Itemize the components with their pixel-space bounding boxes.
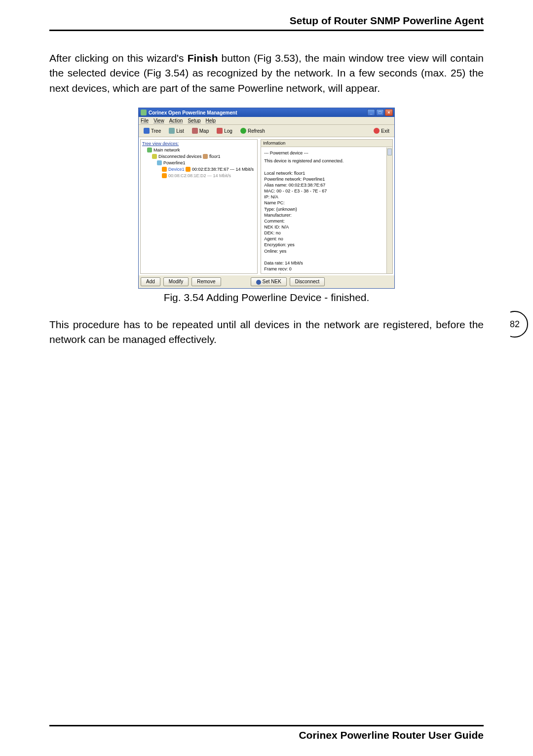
info-ip: IP: N/A: [264, 194, 389, 200]
finish-word: Finish: [188, 52, 218, 64]
information-panel: Information --- Powernet device --- This…: [261, 139, 393, 274]
set-nek-button[interactable]: Set NEK: [251, 277, 287, 286]
tree-device-mac-a[interactable]: 00:02:E3:38:7E:67 --- 14 Mbit/s: [186, 167, 254, 172]
window-title: Corinex Open Powerline Management: [149, 110, 237, 115]
maximize-button[interactable]: □: [376, 109, 384, 116]
floor-icon: [203, 154, 208, 159]
toolbar-tree[interactable]: Tree: [142, 127, 163, 135]
menu-setup[interactable]: Setup: [188, 118, 200, 123]
info-frame-recv: Frame recv: 0: [264, 266, 389, 272]
tree-powerline-label: Powerline1: [163, 160, 186, 165]
info-agent: Agent: no: [264, 236, 389, 242]
tree-device1-label: Device1: [168, 167, 185, 172]
info-body: --- Powernet device --- This device is r…: [261, 147, 392, 273]
info-mac: MAC: 00 - 02 - E3 - 38 - 7E - 67: [264, 188, 389, 194]
toolbar-map-label: Map: [199, 128, 209, 134]
modify-button[interactable]: Modify: [163, 277, 189, 286]
info-data-rate: Data rate: 14 Mbit/s: [264, 260, 389, 266]
toolbar-map[interactable]: Map: [190, 127, 211, 135]
disconnected-icon: [152, 154, 157, 159]
exit-icon: [374, 128, 380, 134]
toolbar-exit[interactable]: Exit: [372, 127, 391, 135]
minimize-button[interactable]: _: [367, 109, 375, 116]
toolbar-refresh-label: Refresh: [248, 128, 265, 134]
info-comment: Comment:: [264, 218, 389, 224]
add-button[interactable]: Add: [141, 277, 160, 286]
tree-main-network[interactable]: Main network: [147, 148, 180, 152]
nek-icon: [256, 280, 261, 285]
header-rule: [49, 30, 484, 31]
tree-dev-a-label: 00:02:E3:38:7E:67 --- 14 Mbit/s: [192, 167, 254, 172]
tree-floor-label: floor1: [209, 154, 221, 159]
para1-a: After clicking on this wizard's: [49, 52, 188, 64]
tree-device1[interactable]: Device1: [162, 167, 185, 172]
closing-paragraph: This procedure has to be repeated until …: [49, 317, 484, 347]
toolbar-list[interactable]: List: [167, 127, 186, 135]
window-titlebar: Corinex Open Powerline Management _ □ ×: [139, 108, 394, 117]
log-icon: [217, 128, 223, 134]
menubar: File View Action Setup Help: [139, 117, 394, 125]
info-frame-drops: Frame drops: 0: [264, 272, 389, 273]
info-online: Online: yes: [264, 248, 389, 254]
info-encryption: Encryption: yes: [264, 242, 389, 248]
info-alias: Alias name: 00:02:E3:38:7E:67: [264, 182, 389, 188]
footer-title: Corinex Powerline Router User Guide: [49, 729, 484, 741]
info-heading: --- Powernet device ---: [264, 150, 389, 156]
page-header-title: Setup of Router SNMP Powerline Agent: [49, 15, 484, 27]
list-icon: [169, 128, 175, 134]
close-button[interactable]: ×: [385, 109, 393, 116]
tree-icon: [144, 128, 150, 134]
tree-device-mac-b[interactable]: 00:08:C2:08:1E:D2 --- 14 Mbit/s: [162, 173, 231, 178]
info-manufacturer: Manufacturer:: [264, 212, 389, 218]
menu-help[interactable]: Help: [206, 118, 216, 123]
main-area: Tree view devices: Main network Disconne…: [139, 137, 394, 275]
toolbar-log-label: Log: [224, 128, 232, 134]
figure-3-54: Corinex Open Powerline Management _ □ × …: [49, 108, 484, 288]
toolbar-exit-label: Exit: [381, 128, 389, 134]
refresh-icon: [240, 128, 246, 134]
tree-root-label: Main network: [153, 148, 180, 152]
disconnect-button[interactable]: Disconnect: [290, 277, 325, 286]
toolbar-refresh[interactable]: Refresh: [238, 127, 267, 135]
menu-view[interactable]: View: [153, 118, 164, 123]
remove-button[interactable]: Remove: [191, 277, 221, 286]
intro-paragraph: After clicking on this wizard's Finish b…: [49, 51, 484, 96]
tree-dev-b-label: 00:08:C2:08:1E:D2 --- 14 Mbit/s: [168, 173, 231, 178]
app-window: Corinex Open Powerline Management _ □ × …: [138, 108, 395, 288]
tree-powerline1[interactable]: Powerline1: [157, 160, 186, 165]
tree-panel: Tree view devices: Main network Disconne…: [140, 139, 258, 274]
toolbar: Tree List Map Log Refresh: [139, 125, 394, 137]
info-panel-title: Information: [261, 140, 392, 147]
info-name: Name PC:: [264, 200, 389, 206]
window-controls: _ □ ×: [367, 109, 393, 116]
network-icon: [147, 148, 152, 152]
footer-rule: [49, 725, 484, 726]
figure-caption: Fig. 3.54 Adding Powerline Device - fini…: [49, 292, 484, 303]
info-registered: This device is registered and connected.: [264, 158, 389, 164]
bottom-button-bar: Add Modify Remove Set NEK Disconnect: [139, 275, 394, 288]
info-nek: NEK ID: N/A: [264, 224, 389, 230]
set-nek-label: Set NEK: [263, 279, 281, 284]
toolbar-log[interactable]: Log: [215, 127, 234, 135]
tree-disconnected[interactable]: Disconnected devices: [152, 154, 202, 159]
menu-action[interactable]: Action: [169, 118, 183, 123]
device-icon: [186, 167, 190, 172]
toolbar-tree-label: Tree: [151, 128, 161, 134]
info-powerline-network: Powerline network: Powerline1: [264, 176, 389, 182]
scrollbar-thumb[interactable]: [387, 149, 392, 155]
device-icon: [162, 173, 167, 178]
page-footer: Corinex Powerline Router User Guide: [49, 725, 484, 741]
tree-floor1[interactable]: floor1: [203, 154, 221, 159]
info-local-network: Local network: floor1: [264, 170, 389, 176]
app-icon: [141, 110, 147, 115]
toolbar-list-label: List: [176, 128, 184, 134]
map-icon: [192, 128, 198, 134]
tree-disconnected-label: Disconnected devices: [158, 154, 202, 159]
device-icon: [162, 167, 167, 172]
powerline-icon: [157, 160, 162, 165]
menu-file[interactable]: File: [141, 118, 149, 123]
scrollbar[interactable]: [386, 148, 392, 273]
tree-title: Tree view devices:: [142, 141, 256, 146]
info-type: Type: (unknown): [264, 206, 389, 212]
info-dek: DEK: no: [264, 230, 389, 236]
